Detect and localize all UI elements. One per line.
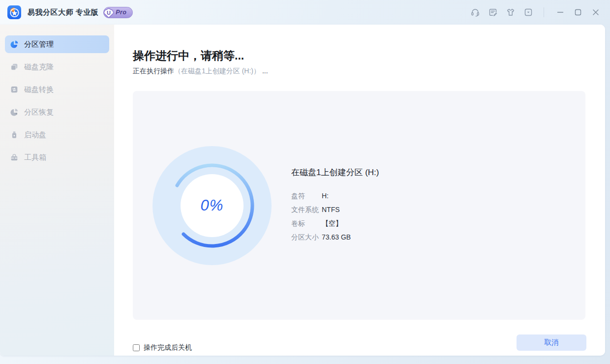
menu-dropdown-icon[interactable] [521, 5, 536, 20]
titlebar-divider [544, 7, 544, 17]
operation-status-line: 正在执行操作（在磁盘1上创建分区 (H:)） ... [133, 67, 268, 76]
status-suffix: ... [260, 67, 268, 75]
sidebar-item-toolbox[interactable]: 工具箱 [5, 149, 109, 166]
detail-row-partition-size: 分区大小 73.63 GB [291, 230, 379, 244]
cancel-button[interactable]: 取消 [517, 334, 586, 351]
partition-recovery-icon [10, 108, 19, 117]
pro-badge-label: Pro [116, 9, 126, 16]
sidebar: 分区管理 磁盘克隆 磁盘转换 [0, 25, 114, 356]
toolbox-icon [10, 153, 19, 162]
sidebar-item-label: 启动盘 [24, 130, 46, 140]
status-operation: （在磁盘1上创建分区 (H:)） [174, 67, 260, 75]
progress-percent: 0% [152, 146, 272, 265]
window-content: 分区管理 磁盘克隆 磁盘转换 [0, 25, 605, 356]
disk-convert-icon [10, 85, 19, 94]
sidebar-item-label: 磁盘克隆 [24, 62, 54, 72]
progress-panel: 0% 在磁盘1上创建分区 (H:) 盘符 H: 文件系统 NTFS 卷标 【空】… [133, 91, 585, 320]
detail-row-file-system: 文件系统 NTFS [291, 203, 379, 216]
pro-badge: U Pro [103, 7, 133, 18]
svg-text:U: U [107, 9, 111, 15]
detail-row-volume-label: 卷标 【空】 [291, 216, 379, 230]
operation-title: 在磁盘1上创建分区 (H:) [291, 167, 379, 178]
sidebar-item-partition-recovery[interactable]: 分区恢复 [5, 103, 109, 121]
sidebar-item-partition-management[interactable]: 分区管理 [5, 35, 109, 53]
disk-clone-icon [10, 62, 19, 71]
app-logo-icon [7, 5, 22, 20]
shutdown-after-complete-option[interactable]: 操作完成后关机 [133, 343, 192, 352]
sidebar-item-label: 分区管理 [24, 40, 54, 49]
shutdown-checkbox[interactable] [133, 344, 140, 351]
upgrade-shield-icon: U [103, 7, 115, 21]
close-button[interactable] [588, 5, 603, 20]
feedback-note-icon[interactable] [486, 5, 500, 20]
support-headset-icon[interactable] [468, 5, 483, 20]
bootable-media-icon [10, 130, 19, 139]
minimize-button[interactable] [553, 5, 568, 20]
app-title: 易我分区大师 专业版 [28, 8, 98, 17]
partition-manage-pie-icon [10, 40, 19, 49]
detail-row-drive-letter: 盘符 H: [291, 189, 379, 203]
main-area: 操作进行中，请稍等... 正在执行操作（在磁盘1上创建分区 (H:)） ... … [114, 25, 605, 356]
sidebar-item-bootable-media[interactable]: 启动盘 [5, 126, 109, 144]
maximize-button[interactable] [571, 5, 585, 20]
titlebar: 易我分区大师 专业版 U Pro [0, 0, 610, 25]
sidebar-item-label: 工具箱 [24, 153, 46, 162]
sidebar-item-label: 分区恢复 [24, 108, 54, 117]
sidebar-item-disk-convert[interactable]: 磁盘转换 [5, 81, 109, 98]
status-prefix: 正在执行操作 [133, 67, 174, 75]
page-title: 操作进行中，请稍等... [133, 48, 244, 63]
theme-tshirt-icon[interactable] [503, 5, 518, 20]
shutdown-checkbox-label: 操作完成后关机 [144, 343, 192, 352]
sidebar-item-disk-clone[interactable]: 磁盘克隆 [5, 58, 109, 76]
operation-details: 在磁盘1上创建分区 (H:) 盘符 H: 文件系统 NTFS 卷标 【空】 分区… [291, 167, 379, 244]
progress-ring: 0% [152, 146, 272, 265]
sidebar-item-label: 磁盘转换 [24, 85, 54, 94]
